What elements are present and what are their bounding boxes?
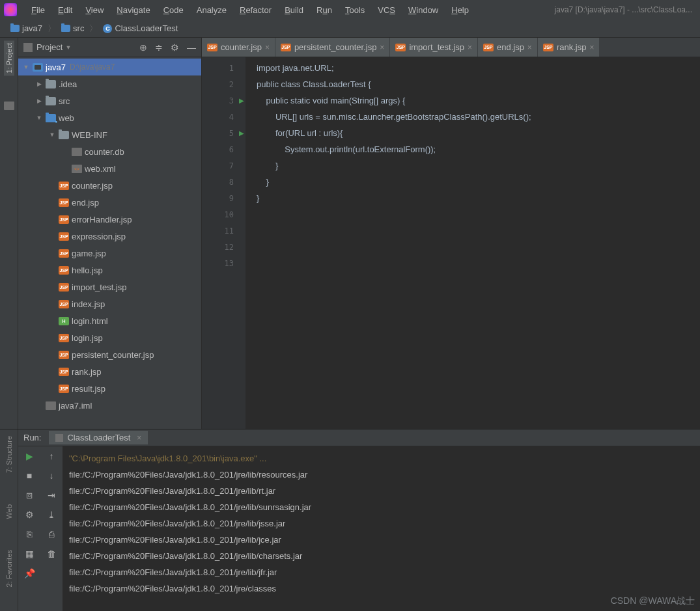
line-number[interactable]: 13 [202,255,245,271]
tree-row[interactable]: JSPindex.jsp [18,295,201,312]
tree-row[interactable]: JSPgame.jsp [18,245,201,262]
menu-refactor[interactable]: Refactor [233,3,278,18]
code-line[interactable]: URL[] urls = sun.misc.Launcher.getBootst… [257,109,700,125]
down-button[interactable]: ↓ [46,470,57,482]
editor-tab[interactable]: JSPend.jsp× [478,38,537,57]
tree-row[interactable]: WEB-INF [18,126,201,143]
close-icon[interactable]: × [380,43,384,52]
line-number[interactable]: 7 [202,157,245,174]
tree-row[interactable]: JSPcounter.jsp [18,177,201,194]
tree-row[interactable]: java7D:\java\java7 [18,59,201,75]
menu-code[interactable]: Code [157,3,190,18]
tree-row[interactable]: src [18,92,201,109]
locate-icon[interactable]: ⊕ [139,42,147,53]
menu-edit[interactable]: Edit [51,3,79,18]
menu-analyze[interactable]: Analyze [190,3,233,18]
run-gutter-icon[interactable]: ▶ [239,129,244,137]
tree-row[interactable]: web [18,109,201,126]
settings-button[interactable]: ⚙ [23,509,35,521]
breadcrumb-item-class[interactable]: C ClassLoaderTest [100,22,180,34]
up-button[interactable]: ↑ [46,450,57,462]
line-number[interactable]: 4 [202,109,245,125]
tree-row[interactable]: java7.iml [18,397,201,414]
tree-arrow-icon[interactable] [35,115,43,121]
scroll-end-button[interactable]: ⤓ [46,509,57,521]
console-output[interactable]: "C:\Program Files\Java\jdk1.8.0_201\bin\… [63,446,700,611]
menu-build[interactable]: Build [278,3,310,18]
close-icon[interactable]: × [589,43,594,52]
menu-file[interactable]: File [25,3,51,18]
editor-tab[interactable]: JSPcounter.jsp× [202,38,275,57]
menu-navigate[interactable]: Navigate [110,3,156,18]
tree-arrow-icon[interactable] [22,64,30,70]
clear-button[interactable]: 🗑 [46,548,57,560]
tree-row[interactable]: .idea [18,75,201,92]
rerun-button[interactable]: ▶ [23,450,35,462]
editor-tab[interactable]: JSPrank.jsp× [538,38,600,57]
line-number[interactable]: 5▶ [202,125,245,141]
dump-button[interactable]: ⧇ [23,489,35,501]
breadcrumb-item-src[interactable]: src [59,22,87,34]
menu-run[interactable]: Run [310,3,339,18]
code-area[interactable]: import java.net.URL;public class ClassLo… [246,57,700,429]
collapse-icon[interactable]: ≑ [155,42,163,53]
code-line[interactable]: import java.net.URL; [257,60,700,76]
line-number[interactable]: 1 [202,60,245,76]
run-tab[interactable]: ClassLoaderTest × [49,431,148,444]
menu-help[interactable]: Help [445,3,475,18]
stop-button[interactable]: ■ [23,470,35,482]
tree-row[interactable]: JSPrank.jsp [18,363,201,380]
soft-wrap-button[interactable]: ⇥ [46,489,57,501]
editor-tab[interactable]: JSPpersistent_counter.jsp× [275,38,389,57]
close-icon[interactable]: × [137,433,141,442]
tree-arrow-icon[interactable] [48,131,56,138]
close-icon[interactable]: × [468,43,472,52]
tree-row[interactable]: JSPresult.jsp [18,380,201,397]
tree-row[interactable]: JSPimport_test.jsp [18,278,201,295]
code-line[interactable]: System.out.println(url.toExternalForm())… [257,141,700,157]
tool-tab-web[interactable]: Web [4,502,14,521]
menu-tools[interactable]: Tools [339,3,371,18]
chevron-down-icon[interactable]: ▼ [65,44,71,51]
tree-arrow-icon[interactable] [35,98,43,104]
line-number[interactable]: 6 [202,141,245,157]
line-number[interactable]: 9 [202,190,245,206]
tree-row[interactable]: JSPexpression.jsp [18,228,201,245]
code-line[interactable]: } [257,190,700,206]
image-thumb-icon[interactable] [4,102,14,110]
print-button[interactable]: ⎙ [46,528,57,540]
code-line[interactable]: public class ClassLoaderTest { [257,76,700,92]
line-number[interactable]: 8 [202,174,245,190]
line-number[interactable]: 10 [202,206,245,223]
layout-button[interactable]: ▦ [23,548,35,560]
code-line[interactable]: } [257,157,700,174]
menu-vcs[interactable]: VCS [371,3,402,18]
line-number[interactable]: 11 [202,223,245,239]
breadcrumb-item-project[interactable]: java7 [8,22,45,34]
tree-row[interactable]: Hlogin.html [18,312,201,329]
code-line[interactable]: public static void main(String[] args) { [257,92,700,109]
tree-row[interactable]: JSPlogin.jsp [18,329,201,346]
tool-tab-project[interactable]: 1: Project [4,40,14,75]
tool-tab-structure[interactable]: 7: Structure [4,433,14,476]
editor-tab[interactable]: JSPimport_test.jsp× [390,38,477,57]
tree-row[interactable]: web.xml [18,160,201,177]
exit-button[interactable]: ⎘ [23,528,35,540]
tree-row[interactable]: JSPhello.jsp [18,262,201,278]
line-number[interactable]: 3▶ [202,92,245,109]
close-icon[interactable]: × [265,43,270,52]
code-line[interactable]: } [257,174,700,190]
hide-icon[interactable]: — [187,42,196,53]
line-number[interactable]: 2 [202,76,245,92]
menu-window[interactable]: Window [402,3,445,18]
pin-button[interactable]: 📌 [23,567,35,579]
code-line[interactable]: for(URL url : urls){ [257,125,700,141]
run-gutter-icon[interactable]: ▶ [239,97,244,104]
tree-arrow-icon[interactable] [35,81,43,87]
tree-row[interactable]: JSPpersistent_counter.jsp [18,346,201,363]
menu-view[interactable]: View [79,3,110,18]
tool-tab-favorites[interactable]: 2: Favorites [4,547,14,590]
line-number[interactable]: 12 [202,239,245,255]
project-tree[interactable]: java7D:\java\java7.ideasrcwebWEB-INFcoun… [18,57,201,429]
tree-row[interactable]: counter.db [18,143,201,160]
